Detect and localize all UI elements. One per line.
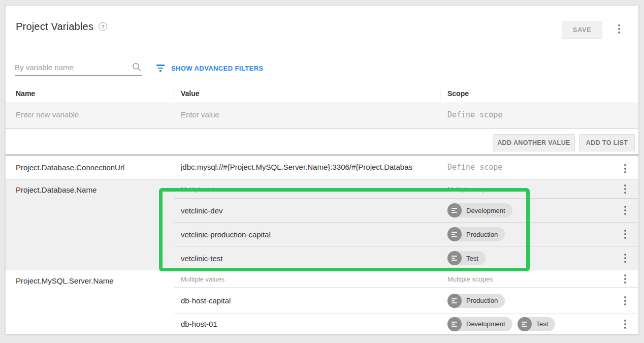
add-to-list-button[interactable]: ADD TO LIST	[579, 134, 635, 151]
environment-icon	[447, 203, 462, 217]
environment-icon	[447, 317, 462, 331]
search-icon	[132, 62, 142, 72]
row-overflow-menu-icon[interactable]	[621, 254, 629, 263]
row-overflow-menu-icon[interactable]	[621, 184, 629, 194]
row-overflow-menu-icon[interactable]	[621, 164, 629, 173]
scope-chip-label: Development	[466, 320, 505, 328]
variable-name[interactable]: Project.Database.Name	[6, 180, 174, 270]
new-variable-name-field[interactable]: Enter new variable	[16, 110, 79, 119]
show-advanced-filters-link[interactable]: SHOW ADVANCED FILTERS	[156, 63, 264, 73]
scope-chip-label: Production	[466, 231, 498, 238]
scope-chip[interactable]: Test	[518, 317, 556, 331]
environment-icon	[447, 251, 462, 265]
scope-chip-label: Test	[536, 320, 549, 328]
save-button[interactable]: SAVE	[562, 21, 602, 39]
filter-icon	[156, 65, 165, 72]
row-overflow-menu-icon[interactable]	[621, 320, 629, 329]
environment-icon	[518, 317, 532, 331]
add-another-value-button[interactable]: ADD ANOTHER VALUE	[493, 134, 575, 151]
scope-chip-label: Development	[466, 207, 505, 214]
row-overflow-menu-icon[interactable]	[621, 230, 629, 239]
value-row-db-host-01[interactable]: db-host-01 Development Test	[174, 314, 638, 334]
group-summary-row: Multiple values Multiple scopes	[174, 271, 638, 287]
project-variables-card: Project Variables ? SAVE SHOW ADVANCED F…	[5, 5, 639, 334]
value-row-vetclinic-test[interactable]: vetclinic-test Test	[174, 246, 638, 270]
environment-icon	[447, 294, 462, 308]
new-variable-value-field[interactable]: Enter value	[181, 110, 219, 119]
scope-chip[interactable]: Production	[447, 294, 505, 308]
multiple-values-label: Multiple values	[181, 275, 224, 283]
column-divider	[440, 88, 440, 101]
scope-chip-label: Production	[466, 297, 498, 304]
entry-actions-row: ADD ANOTHER VALUE ADD TO LIST	[6, 129, 638, 155]
multiple-scopes-label: Multiple scopes	[447, 275, 493, 283]
environment-icon	[447, 227, 462, 241]
value-row-db-host-capital[interactable]: db-host-capital Production	[174, 287, 638, 314]
variable-search[interactable]	[15, 59, 142, 76]
column-header-value: Value	[181, 89, 200, 98]
advanced-filters-label: SHOW ADVANCED FILTERS	[171, 65, 264, 72]
overflow-menu-icon[interactable]	[615, 24, 623, 34]
scope-chip-label: Test	[466, 255, 478, 262]
variable-value[interactable]: vetclinic-test	[181, 254, 223, 263]
variable-row-connectionurl[interactable]: Project.Database.ConnectionUrl jdbc:mysq…	[6, 157, 638, 180]
column-header-name: Name	[16, 89, 35, 98]
variable-group-database-name: Project.Database.Name Multiple values Mu…	[6, 180, 638, 270]
row-overflow-menu-icon[interactable]	[621, 206, 629, 215]
variable-value[interactable]: jdbc:mysql://#{Project.MySQL.Server.Name…	[181, 163, 435, 171]
value-row-vetclinic-dev[interactable]: vetclinic-dev Development	[174, 198, 638, 222]
variable-name[interactable]: Project.Database.ConnectionUrl	[16, 163, 124, 172]
variable-name[interactable]: Project.MySQL.Server.Name	[6, 271, 174, 334]
variable-scope-field[interactable]: Define scope	[447, 163, 502, 172]
variable-value[interactable]: db-host-01	[181, 320, 217, 328]
help-icon[interactable]: ?	[99, 22, 107, 31]
page-title: Project Variables ?	[16, 21, 107, 33]
scope-chip[interactable]: Development	[447, 203, 512, 217]
variable-value[interactable]: db-host-capital	[181, 296, 231, 305]
scope-chip[interactable]: Test	[447, 251, 486, 265]
row-overflow-menu-icon[interactable]	[621, 296, 629, 305]
column-divider	[174, 88, 174, 101]
new-variable-row[interactable]: Enter new variable Enter value Define sc…	[6, 103, 638, 129]
scope-chip[interactable]: Development	[447, 317, 512, 331]
table-header: Name Value Scope	[6, 88, 638, 103]
multiple-values-label: Multiple values	[181, 185, 224, 193]
value-row-vetclinic-production[interactable]: vetclinic-production-capital Production	[174, 222, 638, 246]
page-title-text: Project Variables	[16, 21, 93, 33]
column-header-scope: Scope	[447, 89, 469, 98]
multiple-scopes-label: Multiple scopes	[447, 185, 493, 193]
search-input[interactable]	[15, 63, 132, 72]
group-summary-row: Multiple values Multiple scopes	[174, 180, 638, 198]
variable-value[interactable]: vetclinic-production-capital	[181, 230, 271, 239]
variable-value[interactable]: vetclinic-dev	[181, 206, 223, 215]
row-overflow-menu-icon[interactable]	[621, 274, 629, 284]
variable-group-mysql-server-name: Project.MySQL.Server.Name Multiple value…	[6, 271, 638, 334]
scope-chip[interactable]: Production	[447, 227, 505, 241]
new-variable-scope-field[interactable]: Define scope	[447, 110, 502, 119]
